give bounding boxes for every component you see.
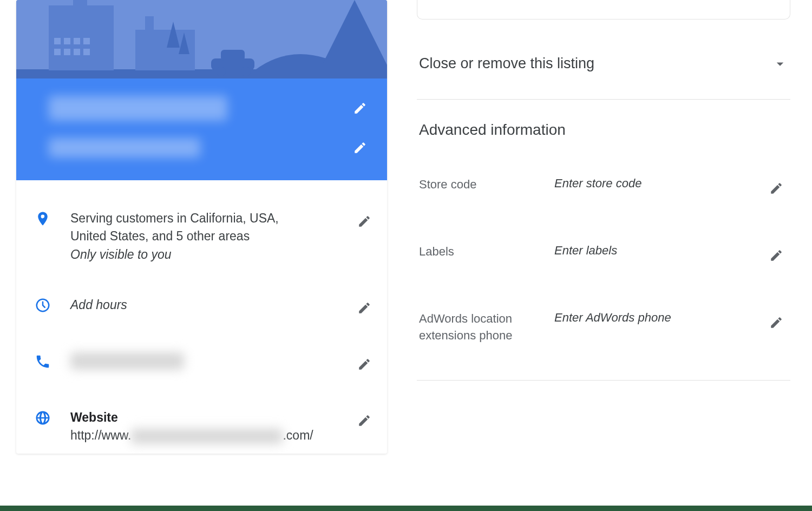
svg-rect-3 bbox=[73, 0, 87, 22]
business-info-card: . . bbox=[16, 0, 387, 454]
svg-rect-4 bbox=[54, 38, 61, 44]
service-area-line1: Serving customers in California, USA, bbox=[70, 211, 279, 225]
page-root: . . bbox=[0, 0, 812, 511]
edit-category-button[interactable] bbox=[348, 136, 372, 160]
svg-rect-11 bbox=[83, 49, 90, 55]
phone-redacted: . bbox=[70, 352, 184, 370]
close-remove-row[interactable]: Close or remove this listing bbox=[417, 41, 790, 99]
svg-point-19 bbox=[241, 67, 251, 76]
edit-service-area-button[interactable] bbox=[352, 209, 376, 233]
labels-row: Labels Enter labels bbox=[417, 231, 790, 298]
svg-rect-8 bbox=[54, 49, 61, 55]
close-remove-label: Close or remove this listing bbox=[419, 55, 594, 72]
business-name-row: . bbox=[49, 88, 372, 128]
service-area-visibility: Only visible to you bbox=[70, 247, 172, 261]
adwords-phone-label: AdWords location extensions phone bbox=[419, 311, 554, 344]
labels-label: Labels bbox=[419, 244, 554, 260]
website-row: Website http://www...com/ bbox=[31, 392, 376, 448]
edit-name-button[interactable] bbox=[348, 96, 372, 120]
upper-card-edge bbox=[417, 0, 790, 19]
edit-store-code-button[interactable] bbox=[764, 176, 788, 200]
pencil-icon bbox=[357, 414, 371, 428]
store-code-hint: Enter store code bbox=[554, 176, 764, 191]
svg-point-18 bbox=[216, 67, 226, 76]
pencil-icon bbox=[357, 301, 371, 315]
phone-row: . bbox=[31, 336, 376, 392]
svg-rect-1 bbox=[16, 69, 387, 78]
adwords-phone-row: AdWords location extensions phone Enter … bbox=[417, 298, 790, 375]
pencil-icon bbox=[769, 316, 783, 330]
divider bbox=[417, 380, 790, 381]
svg-rect-7 bbox=[83, 38, 90, 44]
skyline-illustration bbox=[16, 0, 387, 78]
service-area-line2: United States, and 5 other areas bbox=[70, 229, 250, 243]
pencil-icon bbox=[769, 181, 783, 195]
business-header: . . bbox=[16, 78, 387, 180]
labels-hint: Enter labels bbox=[554, 244, 764, 258]
svg-rect-6 bbox=[74, 38, 80, 44]
pencil-icon bbox=[357, 357, 371, 371]
edit-phone-button[interactable] bbox=[352, 352, 376, 376]
left-column: . . bbox=[0, 0, 395, 511]
info-list: Serving customers in California, USA, Un… bbox=[16, 180, 387, 454]
pencil-icon bbox=[353, 141, 367, 155]
pencil-icon bbox=[769, 248, 783, 263]
store-code-label: Store code bbox=[419, 176, 554, 193]
globe-icon bbox=[35, 410, 51, 426]
svg-rect-5 bbox=[64, 38, 70, 44]
edit-labels-button[interactable] bbox=[764, 244, 788, 267]
website-domain-redacted: . bbox=[131, 429, 283, 444]
bottom-bar bbox=[0, 506, 812, 511]
svg-rect-10 bbox=[74, 49, 80, 55]
website-url: http://www...com/ bbox=[70, 428, 313, 442]
right-column: Close or remove this listing Advanced in… bbox=[395, 0, 812, 511]
svg-rect-17 bbox=[221, 50, 245, 61]
hours-hint: Add hours bbox=[70, 298, 127, 312]
svg-rect-13 bbox=[145, 16, 154, 30]
service-area-text: Serving customers in California, USA, Un… bbox=[70, 209, 352, 264]
hours-row: Add hours bbox=[31, 280, 376, 336]
business-name-redacted: . bbox=[49, 96, 227, 121]
map-pin-icon bbox=[35, 211, 51, 227]
website-text: Website http://www...com/ bbox=[70, 409, 352, 445]
service-area-row: Serving customers in California, USA, Un… bbox=[31, 193, 376, 280]
edit-hours-button[interactable] bbox=[352, 296, 376, 320]
hero-illustration bbox=[16, 0, 387, 78]
edit-adwords-phone-button[interactable] bbox=[764, 311, 788, 335]
adwords-phone-hint: Enter AdWords phone bbox=[554, 311, 764, 325]
advanced-heading: Advanced information bbox=[417, 121, 790, 139]
clock-icon bbox=[35, 297, 51, 313]
chevron-down-icon bbox=[772, 56, 788, 72]
pencil-icon bbox=[357, 214, 371, 228]
edit-website-button[interactable] bbox=[352, 409, 376, 433]
pencil-icon bbox=[353, 101, 367, 115]
store-code-row: Store code Enter store code bbox=[417, 163, 790, 231]
business-category-row: . bbox=[49, 128, 372, 167]
website-label: Website bbox=[70, 410, 118, 424]
svg-rect-9 bbox=[64, 49, 70, 55]
phone-icon bbox=[35, 353, 51, 370]
business-category-redacted: . bbox=[49, 138, 200, 158]
divider bbox=[417, 99, 790, 100]
